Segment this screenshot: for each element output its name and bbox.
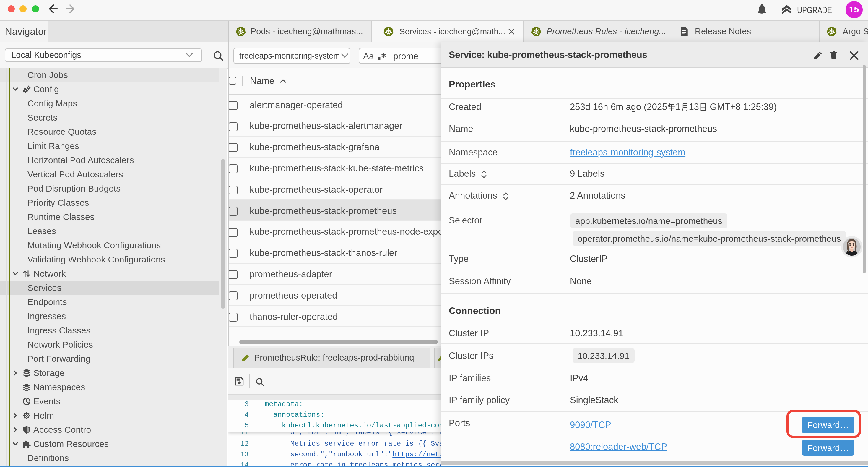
svg-text:UPGRADE: UPGRADE: [797, 5, 832, 16]
